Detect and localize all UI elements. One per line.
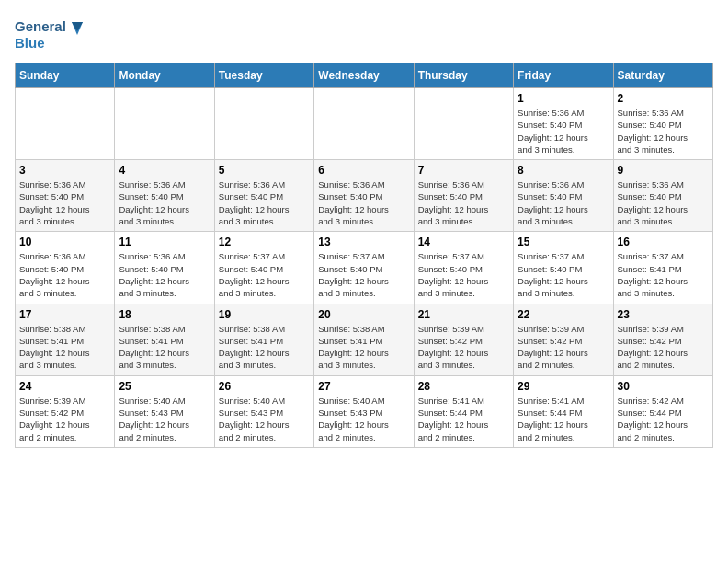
calendar-cell: 3Sunrise: 5:36 AM Sunset: 5:40 PM Daylig… — [16, 160, 115, 232]
calendar-cell: 13Sunrise: 5:37 AM Sunset: 5:40 PM Dayli… — [314, 232, 414, 304]
day-info: Sunrise: 5:36 AM Sunset: 5:40 PM Dayligh… — [518, 178, 609, 227]
svg-text:Blue: Blue — [15, 35, 45, 51]
calendar-cell: 17Sunrise: 5:38 AM Sunset: 5:41 PM Dayli… — [16, 304, 115, 375]
day-number: 7 — [418, 164, 509, 177]
day-number: 14 — [418, 236, 509, 248]
calendar-cell: 14Sunrise: 5:37 AM Sunset: 5:40 PM Dayli… — [414, 232, 513, 304]
calendar-cell: 28Sunrise: 5:41 AM Sunset: 5:44 PM Dayli… — [414, 375, 513, 447]
calendar-cell: 22Sunrise: 5:39 AM Sunset: 5:42 PM Dayli… — [514, 304, 613, 375]
day-info: Sunrise: 5:39 AM Sunset: 5:42 PM Dayligh… — [19, 395, 110, 443]
calendar-week-4: 17Sunrise: 5:38 AM Sunset: 5:41 PM Dayli… — [16, 304, 713, 375]
day-number: 25 — [119, 380, 210, 393]
day-info: Sunrise: 5:36 AM Sunset: 5:40 PM Dayligh… — [618, 178, 709, 227]
day-number: 1 — [518, 92, 609, 105]
day-info: Sunrise: 5:37 AM Sunset: 5:41 PM Dayligh… — [618, 250, 709, 299]
day-number: 11 — [119, 236, 210, 248]
day-info: Sunrise: 5:37 AM Sunset: 5:40 PM Dayligh… — [518, 250, 609, 299]
calendar-cell: 11Sunrise: 5:36 AM Sunset: 5:40 PM Dayli… — [115, 232, 214, 304]
day-number: 6 — [318, 164, 409, 177]
day-info: Sunrise: 5:39 AM Sunset: 5:42 PM Dayligh… — [418, 323, 509, 372]
calendar-cell: 18Sunrise: 5:38 AM Sunset: 5:41 PM Dayli… — [115, 304, 214, 375]
calendar-cell — [314, 88, 414, 160]
day-info: Sunrise: 5:38 AM Sunset: 5:41 PM Dayligh… — [19, 323, 110, 372]
day-number: 22 — [518, 308, 609, 321]
calendar-cell: 16Sunrise: 5:37 AM Sunset: 5:41 PM Dayli… — [613, 232, 712, 304]
day-number: 3 — [19, 164, 110, 177]
day-info: Sunrise: 5:36 AM Sunset: 5:40 PM Dayligh… — [19, 250, 110, 299]
calendar-cell — [214, 88, 313, 160]
calendar-cell: 10Sunrise: 5:36 AM Sunset: 5:40 PM Dayli… — [16, 232, 115, 304]
calendar-cell — [16, 88, 115, 160]
day-number: 2 — [618, 92, 709, 105]
day-number: 9 — [618, 164, 709, 177]
day-info: Sunrise: 5:41 AM Sunset: 5:44 PM Dayligh… — [518, 395, 609, 443]
calendar-week-2: 3Sunrise: 5:36 AM Sunset: 5:40 PM Daylig… — [16, 160, 713, 232]
day-number: 21 — [418, 308, 509, 321]
calendar-cell: 8Sunrise: 5:36 AM Sunset: 5:40 PM Daylig… — [514, 160, 613, 232]
calendar-table: SundayMondayTuesdayWednesdayThursdayFrid… — [15, 63, 713, 448]
day-number: 16 — [618, 236, 709, 248]
logo-display: GeneralBlue — [15, 15, 88, 55]
calendar-cell: 19Sunrise: 5:38 AM Sunset: 5:41 PM Dayli… — [214, 304, 313, 375]
logo: GeneralBlue — [15, 15, 88, 55]
day-info: Sunrise: 5:40 AM Sunset: 5:43 PM Dayligh… — [318, 395, 409, 443]
calendar-cell: 29Sunrise: 5:41 AM Sunset: 5:44 PM Dayli… — [514, 375, 613, 447]
day-info: Sunrise: 5:40 AM Sunset: 5:43 PM Dayligh… — [219, 395, 310, 443]
calendar-cell: 5Sunrise: 5:36 AM Sunset: 5:40 PM Daylig… — [214, 160, 313, 232]
svg-text:General: General — [15, 18, 66, 34]
header-cell-thursday: Thursday — [414, 63, 513, 88]
calendar-cell: 9Sunrise: 5:36 AM Sunset: 5:40 PM Daylig… — [613, 160, 712, 232]
day-number: 17 — [19, 308, 110, 321]
day-number: 4 — [119, 164, 210, 177]
calendar-cell: 24Sunrise: 5:39 AM Sunset: 5:42 PM Dayli… — [16, 375, 115, 447]
day-info: Sunrise: 5:38 AM Sunset: 5:41 PM Dayligh… — [318, 323, 409, 372]
day-info: Sunrise: 5:40 AM Sunset: 5:43 PM Dayligh… — [119, 395, 210, 443]
day-info: Sunrise: 5:37 AM Sunset: 5:40 PM Dayligh… — [418, 250, 509, 299]
header-cell-wednesday: Wednesday — [314, 63, 414, 88]
day-info: Sunrise: 5:36 AM Sunset: 5:40 PM Dayligh… — [119, 250, 210, 299]
calendar-cell: 1Sunrise: 5:36 AM Sunset: 5:40 PM Daylig… — [514, 88, 613, 160]
calendar-cell: 23Sunrise: 5:39 AM Sunset: 5:42 PM Dayli… — [613, 304, 712, 375]
svg-marker-3 — [72, 22, 83, 31]
day-number: 12 — [219, 236, 310, 248]
day-number: 20 — [318, 308, 409, 321]
calendar-cell: 21Sunrise: 5:39 AM Sunset: 5:42 PM Dayli… — [414, 304, 513, 375]
day-info: Sunrise: 5:39 AM Sunset: 5:42 PM Dayligh… — [618, 323, 709, 372]
calendar-week-3: 10Sunrise: 5:36 AM Sunset: 5:40 PM Dayli… — [16, 232, 713, 304]
calendar-cell: 12Sunrise: 5:37 AM Sunset: 5:40 PM Dayli… — [214, 232, 313, 304]
day-info: Sunrise: 5:39 AM Sunset: 5:42 PM Dayligh… — [518, 323, 609, 372]
day-info: Sunrise: 5:37 AM Sunset: 5:40 PM Dayligh… — [219, 250, 310, 299]
day-info: Sunrise: 5:38 AM Sunset: 5:41 PM Dayligh… — [219, 323, 310, 372]
calendar-cell — [414, 88, 513, 160]
day-number: 8 — [518, 164, 609, 177]
day-info: Sunrise: 5:36 AM Sunset: 5:40 PM Dayligh… — [518, 107, 609, 155]
day-info: Sunrise: 5:38 AM Sunset: 5:41 PM Dayligh… — [119, 323, 210, 372]
day-number: 19 — [219, 308, 310, 321]
header: GeneralBlue — [15, 15, 713, 55]
day-number: 15 — [518, 236, 609, 248]
calendar-cell: 7Sunrise: 5:36 AM Sunset: 5:40 PM Daylig… — [414, 160, 513, 232]
header-cell-saturday: Saturday — [613, 63, 712, 88]
calendar-cell: 6Sunrise: 5:36 AM Sunset: 5:40 PM Daylig… — [314, 160, 414, 232]
day-info: Sunrise: 5:42 AM Sunset: 5:44 PM Dayligh… — [618, 395, 709, 443]
calendar-cell: 25Sunrise: 5:40 AM Sunset: 5:43 PM Dayli… — [115, 375, 214, 447]
calendar-cell: 4Sunrise: 5:36 AM Sunset: 5:40 PM Daylig… — [115, 160, 214, 232]
calendar-cell: 2Sunrise: 5:36 AM Sunset: 5:40 PM Daylig… — [613, 88, 712, 160]
day-number: 10 — [19, 236, 110, 248]
day-number: 26 — [219, 380, 310, 393]
day-info: Sunrise: 5:36 AM Sunset: 5:40 PM Dayligh… — [219, 178, 310, 227]
calendar-header-row: SundayMondayTuesdayWednesdayThursdayFrid… — [16, 63, 713, 88]
calendar-cell: 27Sunrise: 5:40 AM Sunset: 5:43 PM Dayli… — [314, 375, 414, 447]
day-number: 29 — [518, 380, 609, 393]
day-number: 23 — [618, 308, 709, 321]
day-number: 30 — [618, 380, 709, 393]
day-number: 28 — [418, 380, 509, 393]
header-cell-tuesday: Tuesday — [214, 63, 313, 88]
calendar-cell: 26Sunrise: 5:40 AM Sunset: 5:43 PM Dayli… — [214, 375, 313, 447]
header-cell-monday: Monday — [115, 63, 214, 88]
calendar-cell: 15Sunrise: 5:37 AM Sunset: 5:40 PM Dayli… — [514, 232, 613, 304]
header-cell-friday: Friday — [514, 63, 613, 88]
day-number: 27 — [318, 380, 409, 393]
day-info: Sunrise: 5:41 AM Sunset: 5:44 PM Dayligh… — [418, 395, 509, 443]
calendar-cell — [115, 88, 214, 160]
